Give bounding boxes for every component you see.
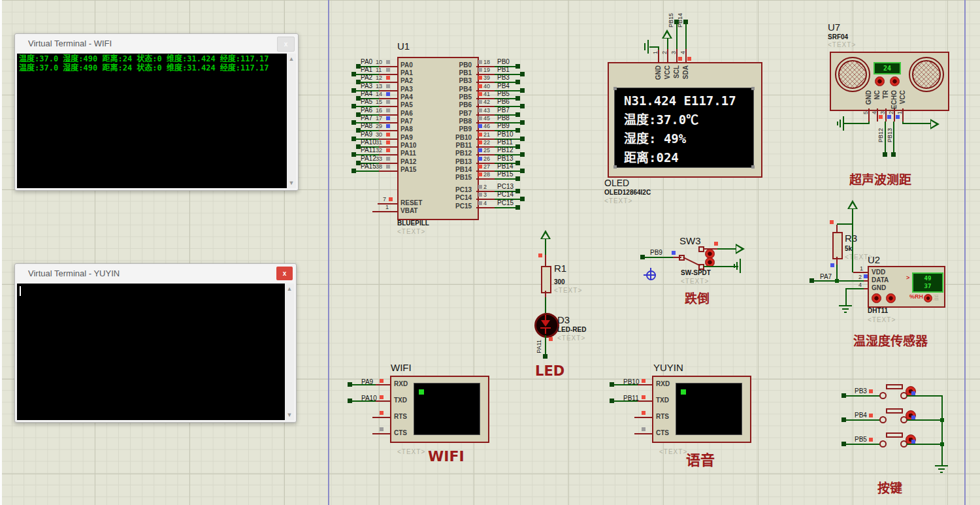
wire-terminal xyxy=(348,399,352,403)
wire xyxy=(658,46,659,50)
wire xyxy=(846,419,881,421)
srf04-decrease-button[interactable] xyxy=(890,76,900,86)
pin-state-indicator xyxy=(380,379,384,383)
pin-state-indicator xyxy=(642,411,645,415)
close-icon[interactable]: x xyxy=(276,267,293,280)
net-label-pb0: PB0 xyxy=(497,58,510,65)
oled-part-label: OLED12864I2C xyxy=(604,189,651,196)
caption-voice: 语音 xyxy=(686,448,715,469)
virtual-terminal-wifi-window[interactable]: Virtual Terminal - WIFI x 温度:37.0 湿度:490… xyxy=(14,33,299,191)
yuyin-module-title: YUYIN xyxy=(653,362,683,373)
scroll-up-icon[interactable]: ▲ xyxy=(287,56,296,62)
net-label-pa12: PA12 xyxy=(361,155,376,162)
u1-pin-name: PA6 xyxy=(400,110,413,117)
net-label-pb9: PB9 xyxy=(497,122,510,129)
dht11-down-button[interactable] xyxy=(886,293,896,303)
wire-terminal xyxy=(841,442,846,446)
wire-terminal xyxy=(520,169,525,173)
wire xyxy=(893,122,894,154)
pin-state-indicator xyxy=(879,115,883,119)
net-label-pa10: PA10 xyxy=(361,395,377,402)
schematic-canvas[interactable]: Virtual Terminal - WIFI x 温度:37.0 湿度:490… xyxy=(0,0,980,505)
oled-line-humidity: 湿度: 49% xyxy=(624,129,686,148)
net-label-pa3: PA3 xyxy=(361,82,372,90)
scrollbar[interactable]: ▲ ▼ xyxy=(287,54,296,188)
wire xyxy=(844,123,870,124)
net-label-pa4: PA4 xyxy=(361,90,372,97)
u7-text-placeholder: <TEXT> xyxy=(828,41,856,48)
ground-symbol xyxy=(843,116,844,131)
wire-terminal xyxy=(515,96,520,101)
power-arrow-icon xyxy=(736,244,745,254)
net-label-pb11: PB11 xyxy=(497,138,513,146)
r3-resistor[interactable] xyxy=(832,232,843,259)
pin-state-indicator xyxy=(386,100,390,104)
pin-number: 43 xyxy=(483,107,490,114)
net-label-pb13: PB13 xyxy=(887,128,893,142)
wire xyxy=(495,178,515,180)
u1-pin-name: PA10 xyxy=(400,142,416,149)
pin-number: 12 xyxy=(376,74,382,81)
pin-stub xyxy=(545,291,546,297)
pin-number: 2 xyxy=(661,51,668,54)
wire-terminal xyxy=(515,112,520,117)
dht11-text-placeholder: <TEXT> xyxy=(868,316,896,323)
net-label-pa9: PA9 xyxy=(361,378,373,385)
net-label-pb13: PB13 xyxy=(497,155,513,162)
terminal-output[interactable]: 温度:37.0 湿度:490 距离:24 状态:0 维度:31.424 经度:1… xyxy=(17,54,296,188)
origin-marker-icon xyxy=(646,270,656,280)
pin-state-indicator xyxy=(864,274,868,278)
caption-wifi: WIFI xyxy=(428,448,465,464)
wifi-pin-name: RTS xyxy=(394,413,407,420)
pin-number: 22 xyxy=(483,139,490,146)
pin-state-indicator xyxy=(830,220,834,224)
net-label-pb3: PB3 xyxy=(855,387,867,395)
net-label-pb4: PB4 xyxy=(497,82,510,90)
wifi-text-placeholder: <TEXT> xyxy=(397,448,425,455)
wire-terminal xyxy=(515,176,520,181)
wire-terminal xyxy=(610,399,614,403)
pin-stub xyxy=(877,108,878,122)
scroll-up-icon[interactable]: ▲ xyxy=(285,285,294,292)
pin-stub xyxy=(868,108,870,122)
pin-state-indicator xyxy=(386,84,390,88)
power-arrow-icon xyxy=(847,200,858,209)
srf04-increase-button[interactable] xyxy=(875,76,885,86)
pin-number: 13 xyxy=(376,83,382,90)
net-label-pa10: PA10 xyxy=(361,138,376,146)
scroll-down-icon[interactable]: ▼ xyxy=(285,412,294,418)
terminal-output[interactable]: ▲ ▼ xyxy=(17,284,294,420)
r1-ref: R1 xyxy=(554,263,566,274)
dht11-pin-name: DATA xyxy=(872,276,889,284)
pin-number: 27 xyxy=(483,163,490,170)
scrollbar[interactable]: ▲ ▼ xyxy=(285,284,294,420)
u1-pin-name: PA7 xyxy=(400,118,413,125)
net-label-pa1: PA1 xyxy=(361,66,372,73)
wire xyxy=(676,24,678,49)
pin-number: 38 xyxy=(376,163,382,170)
power-arrow-icon xyxy=(930,119,939,129)
dht11-up-button[interactable] xyxy=(872,293,881,303)
net-label-pb6: PB6 xyxy=(497,98,510,105)
close-icon[interactable]: x xyxy=(277,37,295,52)
scroll-down-icon[interactable]: ▼ xyxy=(287,180,296,186)
pin-state-indicator xyxy=(478,124,482,128)
pin-stub xyxy=(476,207,495,208)
wire-terminal xyxy=(515,64,520,69)
pin-stub xyxy=(372,417,390,418)
yuyin-pin-name: CTS xyxy=(656,429,669,436)
net-label-pb10: PB10 xyxy=(497,131,513,138)
u1-pin-name: PB15 xyxy=(430,174,472,181)
pin-number: 3 xyxy=(879,111,886,114)
pin-state-indicator xyxy=(642,427,645,431)
u2-ref: U2 xyxy=(868,254,880,265)
wire-terminal xyxy=(640,255,645,259)
virtual-terminal-yuyin-window[interactable]: Virtual Terminal - YUYIN x ▲ ▼ xyxy=(14,263,297,423)
r1-resistor[interactable] xyxy=(541,266,551,293)
wire-terminal xyxy=(809,278,814,283)
d3-value: LED-RED xyxy=(557,326,586,333)
net-label-pa15: PA15 xyxy=(361,163,376,170)
wire-terminal xyxy=(515,80,520,84)
net-label-pb15: PB15 xyxy=(497,171,513,178)
dht11-mode-button[interactable] xyxy=(924,294,932,302)
